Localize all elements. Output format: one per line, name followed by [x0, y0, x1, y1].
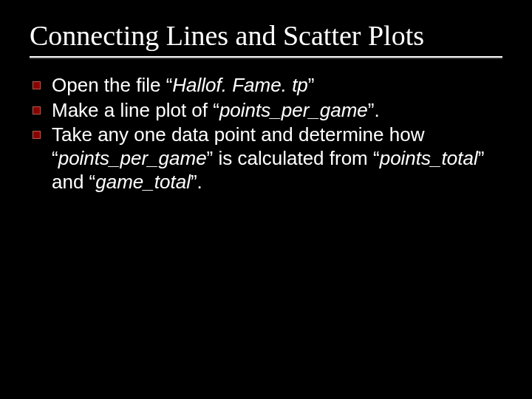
- italic-text: points_per_game: [219, 99, 368, 121]
- bullet-list: Open the file “Hallof. Fame. tp” Make a …: [30, 74, 502, 194]
- text-run: ”.: [191, 171, 202, 193]
- text-run: Make a line plot of “: [52, 99, 219, 121]
- list-item: Open the file “Hallof. Fame. tp”: [30, 74, 502, 98]
- text-run: Open the file “: [52, 74, 172, 96]
- italic-text: points_total: [380, 147, 478, 169]
- text-run: ”: [308, 74, 315, 96]
- slide-body: Open the file “Hallof. Fame. tp” Make a …: [30, 74, 502, 194]
- title-underline: [30, 56, 502, 58]
- list-item: Take any one data point and determine ho…: [30, 123, 502, 194]
- slide-title: Connecting Lines and Scatter Plots: [30, 21, 502, 52]
- italic-text: Hallof. Fame. tp: [172, 74, 308, 96]
- italic-text: points_per_game: [58, 147, 207, 169]
- text-run: ” is calculated from “: [207, 147, 380, 169]
- slide: Connecting Lines and Scatter Plots Open …: [0, 0, 532, 399]
- italic-text: game_total: [95, 171, 191, 193]
- text-run: ”.: [368, 99, 380, 121]
- list-item: Make a line plot of “points_per_game”.: [30, 99, 502, 123]
